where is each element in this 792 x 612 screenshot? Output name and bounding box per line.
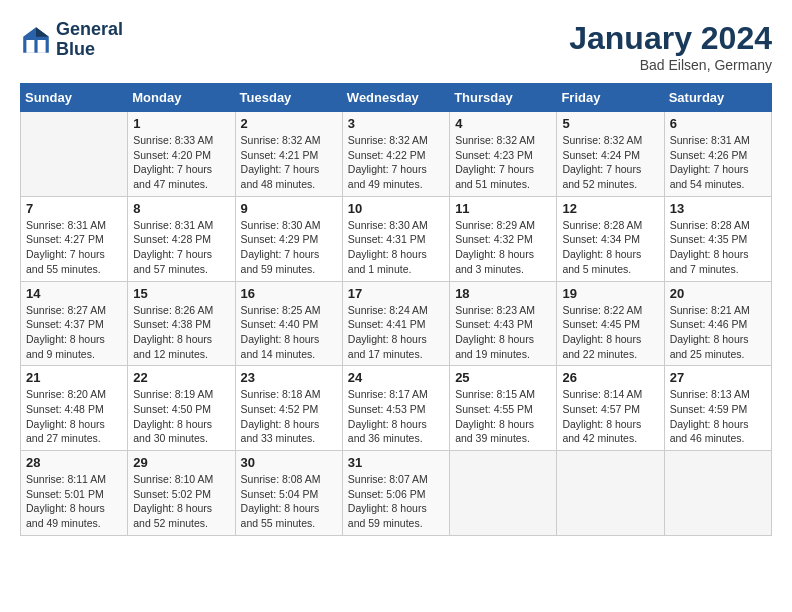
day-number: 7 [26,201,122,216]
day-number: 17 [348,286,444,301]
day-info: Sunrise: 8:19 AMSunset: 4:50 PMDaylight:… [133,387,229,446]
day-info: Sunrise: 8:13 AMSunset: 4:59 PMDaylight:… [670,387,766,446]
calendar-week-row: 28Sunrise: 8:11 AMSunset: 5:01 PMDayligh… [21,451,772,536]
calendar-cell: 26Sunrise: 8:14 AMSunset: 4:57 PMDayligh… [557,366,664,451]
day-number: 15 [133,286,229,301]
weekday-header: Thursday [450,84,557,112]
logo-icon [20,24,52,56]
calendar-cell [21,112,128,197]
day-info: Sunrise: 8:22 AMSunset: 4:45 PMDaylight:… [562,303,658,362]
day-number: 27 [670,370,766,385]
calendar-cell: 31Sunrise: 8:07 AMSunset: 5:06 PMDayligh… [342,451,449,536]
day-number: 12 [562,201,658,216]
location: Bad Eilsen, Germany [569,57,772,73]
calendar-cell: 18Sunrise: 8:23 AMSunset: 4:43 PMDayligh… [450,281,557,366]
svg-rect-3 [38,40,46,53]
calendar-cell: 27Sunrise: 8:13 AMSunset: 4:59 PMDayligh… [664,366,771,451]
calendar-cell: 8Sunrise: 8:31 AMSunset: 4:28 PMDaylight… [128,196,235,281]
day-info: Sunrise: 8:27 AMSunset: 4:37 PMDaylight:… [26,303,122,362]
calendar-cell: 3Sunrise: 8:32 AMSunset: 4:22 PMDaylight… [342,112,449,197]
day-info: Sunrise: 8:18 AMSunset: 4:52 PMDaylight:… [241,387,337,446]
day-info: Sunrise: 8:10 AMSunset: 5:02 PMDaylight:… [133,472,229,531]
calendar-cell: 24Sunrise: 8:17 AMSunset: 4:53 PMDayligh… [342,366,449,451]
day-number: 19 [562,286,658,301]
day-info: Sunrise: 8:31 AMSunset: 4:26 PMDaylight:… [670,133,766,192]
logo-text: General Blue [56,20,123,60]
calendar-cell [450,451,557,536]
day-number: 6 [670,116,766,131]
day-info: Sunrise: 8:15 AMSunset: 4:55 PMDaylight:… [455,387,551,446]
calendar-week-row: 14Sunrise: 8:27 AMSunset: 4:37 PMDayligh… [21,281,772,366]
weekday-header: Tuesday [235,84,342,112]
calendar-cell: 7Sunrise: 8:31 AMSunset: 4:27 PMDaylight… [21,196,128,281]
day-number: 29 [133,455,229,470]
day-number: 31 [348,455,444,470]
calendar-cell: 28Sunrise: 8:11 AMSunset: 5:01 PMDayligh… [21,451,128,536]
day-number: 1 [133,116,229,131]
month-title: January 2024 [569,20,772,57]
calendar-week-row: 21Sunrise: 8:20 AMSunset: 4:48 PMDayligh… [21,366,772,451]
day-info: Sunrise: 8:08 AMSunset: 5:04 PMDaylight:… [241,472,337,531]
day-info: Sunrise: 8:31 AMSunset: 4:28 PMDaylight:… [133,218,229,277]
day-number: 10 [348,201,444,216]
calendar-cell: 16Sunrise: 8:25 AMSunset: 4:40 PMDayligh… [235,281,342,366]
day-number: 2 [241,116,337,131]
day-number: 5 [562,116,658,131]
day-info: Sunrise: 8:20 AMSunset: 4:48 PMDaylight:… [26,387,122,446]
svg-marker-1 [36,27,49,37]
day-number: 24 [348,370,444,385]
day-number: 11 [455,201,551,216]
day-info: Sunrise: 8:28 AMSunset: 4:35 PMDaylight:… [670,218,766,277]
calendar-cell: 9Sunrise: 8:30 AMSunset: 4:29 PMDaylight… [235,196,342,281]
day-number: 23 [241,370,337,385]
calendar-cell: 23Sunrise: 8:18 AMSunset: 4:52 PMDayligh… [235,366,342,451]
calendar-cell: 30Sunrise: 8:08 AMSunset: 5:04 PMDayligh… [235,451,342,536]
weekday-header: Sunday [21,84,128,112]
day-number: 4 [455,116,551,131]
weekday-header-row: SundayMondayTuesdayWednesdayThursdayFrid… [21,84,772,112]
day-info: Sunrise: 8:28 AMSunset: 4:34 PMDaylight:… [562,218,658,277]
calendar-cell: 1Sunrise: 8:33 AMSunset: 4:20 PMDaylight… [128,112,235,197]
day-info: Sunrise: 8:32 AMSunset: 4:22 PMDaylight:… [348,133,444,192]
calendar-cell: 22Sunrise: 8:19 AMSunset: 4:50 PMDayligh… [128,366,235,451]
weekday-header: Friday [557,84,664,112]
day-info: Sunrise: 8:30 AMSunset: 4:29 PMDaylight:… [241,218,337,277]
page-header: General Blue January 2024 Bad Eilsen, Ge… [20,20,772,73]
calendar-cell: 2Sunrise: 8:32 AMSunset: 4:21 PMDaylight… [235,112,342,197]
day-info: Sunrise: 8:07 AMSunset: 5:06 PMDaylight:… [348,472,444,531]
day-info: Sunrise: 8:29 AMSunset: 4:32 PMDaylight:… [455,218,551,277]
day-number: 9 [241,201,337,216]
day-number: 8 [133,201,229,216]
day-info: Sunrise: 8:30 AMSunset: 4:31 PMDaylight:… [348,218,444,277]
day-number: 26 [562,370,658,385]
day-number: 16 [241,286,337,301]
calendar-week-row: 7Sunrise: 8:31 AMSunset: 4:27 PMDaylight… [21,196,772,281]
day-number: 14 [26,286,122,301]
day-number: 30 [241,455,337,470]
day-number: 21 [26,370,122,385]
day-number: 18 [455,286,551,301]
calendar-cell: 20Sunrise: 8:21 AMSunset: 4:46 PMDayligh… [664,281,771,366]
weekday-header: Monday [128,84,235,112]
calendar-cell: 13Sunrise: 8:28 AMSunset: 4:35 PMDayligh… [664,196,771,281]
calendar-cell: 17Sunrise: 8:24 AMSunset: 4:41 PMDayligh… [342,281,449,366]
day-number: 20 [670,286,766,301]
calendar-cell: 15Sunrise: 8:26 AMSunset: 4:38 PMDayligh… [128,281,235,366]
day-number: 28 [26,455,122,470]
calendar-cell: 11Sunrise: 8:29 AMSunset: 4:32 PMDayligh… [450,196,557,281]
calendar-cell: 6Sunrise: 8:31 AMSunset: 4:26 PMDaylight… [664,112,771,197]
weekday-header: Wednesday [342,84,449,112]
day-info: Sunrise: 8:32 AMSunset: 4:24 PMDaylight:… [562,133,658,192]
day-info: Sunrise: 8:33 AMSunset: 4:20 PMDaylight:… [133,133,229,192]
logo: General Blue [20,20,123,60]
day-number: 22 [133,370,229,385]
calendar-table: SundayMondayTuesdayWednesdayThursdayFrid… [20,83,772,536]
svg-rect-2 [26,40,34,53]
calendar-cell: 5Sunrise: 8:32 AMSunset: 4:24 PMDaylight… [557,112,664,197]
day-info: Sunrise: 8:24 AMSunset: 4:41 PMDaylight:… [348,303,444,362]
calendar-cell: 14Sunrise: 8:27 AMSunset: 4:37 PMDayligh… [21,281,128,366]
day-info: Sunrise: 8:26 AMSunset: 4:38 PMDaylight:… [133,303,229,362]
title-block: January 2024 Bad Eilsen, Germany [569,20,772,73]
calendar-cell: 19Sunrise: 8:22 AMSunset: 4:45 PMDayligh… [557,281,664,366]
day-info: Sunrise: 8:14 AMSunset: 4:57 PMDaylight:… [562,387,658,446]
